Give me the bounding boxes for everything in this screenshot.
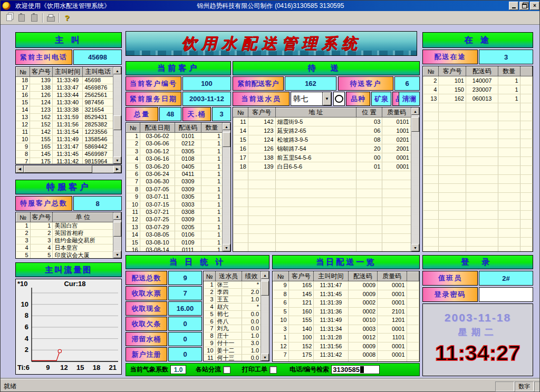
- table-row[interactable]: 1612611:33:442562561: [16, 92, 113, 99]
- pending-table-scrollbar[interactable]: ▲▼: [411, 107, 419, 251]
- table-row[interactable]: 22英国首相府: [16, 230, 113, 237]
- scroll-up-button[interactable]: ▲: [113, 212, 121, 220]
- table-row[interactable]: 1713811:33:474569876: [16, 84, 113, 92]
- scroll-down-button[interactable]: ▼: [223, 244, 230, 251]
- table-row[interactable]: 1103-07-2103081: [127, 209, 223, 216]
- table-row[interactable]: 516011:31:3600022101: [273, 307, 419, 316]
- paste-special-button[interactable]: [28, 12, 41, 24]
- worker-select[interactable]: 韩七 ▼: [291, 92, 332, 106]
- table-row[interactable]: 903-07-1103051: [127, 193, 223, 201]
- table-row[interactable]: 1603-08-1401111: [127, 247, 223, 251]
- scroll-down-button[interactable]: ▼: [261, 354, 269, 361]
- table-row[interactable]: 2李四2.0: [204, 288, 261, 296]
- resize-grip[interactable]: [534, 381, 540, 391]
- table-row[interactable]: 314011:31:3400030001: [273, 325, 419, 334]
- table-row[interactable]: 9付十一3.0: [204, 340, 261, 347]
- scroll-thumb[interactable]: [113, 115, 121, 130]
- scroll-up-button[interactable]: ▲: [113, 67, 121, 74]
- delivery-history-scrollbar[interactable]: ▲▼: [222, 123, 230, 251]
- table-row[interactable]: 603-06-2404111: [127, 171, 223, 178]
- table-row[interactable]: 1114211:31:541223556: [16, 129, 113, 136]
- table-row[interactable]: 1813911:33:4945698: [16, 77, 113, 84]
- caller-table-hscrollbar[interactable]: ◀▶: [15, 165, 122, 173]
- table-row[interactable]: 103-06-0201011: [127, 133, 223, 140]
- table-row[interactable]: 16126锦朝路7-54202001: [234, 144, 411, 153]
- help-button[interactable]: ?: [61, 12, 73, 24]
- table-row[interactable]: 1203-07-2503091: [127, 216, 223, 223]
- table-row[interactable]: 916511:31:475869442: [16, 143, 113, 151]
- table-row[interactable]: 612111:31:3900020001: [273, 299, 419, 308]
- table-row[interactable]: 1316211:31:598529431: [16, 114, 113, 121]
- table-row[interactable]: 5韩七0.0: [204, 310, 261, 318]
- table-row[interactable]: 3王五1.0: [204, 296, 261, 303]
- print-button[interactable]: [44, 12, 57, 24]
- table-row[interactable]: 1412311:33:38321654: [16, 106, 113, 114]
- scroll-up-button[interactable]: ▲: [223, 123, 230, 130]
- table-row[interactable]: 1512411:33:40987456: [16, 99, 113, 106]
- title-bar[interactable]: 欢迎使用《饮用水配送管理系统》 锦州趋势科技有限公司制作 (0416)31305…: [1, 1, 540, 11]
- scroll-up-button[interactable]: ▲: [261, 271, 269, 279]
- table-row[interactable]: 303-06-1203051: [127, 148, 223, 155]
- table-row[interactable]: 11何十三0.0: [204, 355, 261, 361]
- scroll-left-button[interactable]: ◀: [16, 165, 24, 173]
- scroll-track[interactable]: [113, 74, 121, 156]
- table-row[interactable]: 18139白日6-5-6010001: [234, 162, 411, 171]
- scroll-thumb[interactable]: [261, 281, 269, 296]
- scroll-track[interactable]: [223, 130, 230, 244]
- scroll-thumb[interactable]: [223, 132, 230, 147]
- table-row[interactable]: 33纽约金融交易所: [16, 237, 113, 244]
- table-row[interactable]: 203-06-0602121: [127, 140, 223, 148]
- caller-table-scrollbar[interactable]: ▲▼: [113, 67, 121, 164]
- table-row[interactable]: 1215211:31:562825382: [16, 121, 113, 129]
- table-row[interactable]: 55印度议会大厦: [16, 252, 113, 259]
- scroll-thumb[interactable]: [113, 222, 121, 237]
- scroll-track[interactable]: [113, 220, 121, 251]
- scroll-down-button[interactable]: ▼: [113, 156, 121, 164]
- table-row[interactable]: 110011:31:2800121101: [273, 334, 419, 342]
- table-row[interactable]: 131620600131: [423, 94, 533, 103]
- table-row[interactable]: 814511:31:454569987: [16, 151, 113, 158]
- scroll-thumb[interactable]: [411, 117, 419, 132]
- table-row[interactable]: 1003-07-1503031: [127, 201, 223, 208]
- table-row[interactable]: 1303-07-2902051: [127, 223, 223, 231]
- table-row[interactable]: 503-06-2004051: [127, 163, 223, 170]
- table-row[interactable]: 44日本皇宫: [16, 244, 113, 252]
- table-row[interactable]: 1215211:31:5600090001: [273, 342, 419, 351]
- table-row[interactable]: 21011400071: [423, 76, 533, 85]
- chevron-down-icon[interactable]: ▼: [322, 92, 331, 105]
- table-row[interactable]: 41502300071: [423, 85, 533, 94]
- table-row[interactable]: 916511:31:4700090001: [273, 281, 419, 290]
- minimize-button[interactable]: [509, 2, 518, 10]
- table-row[interactable]: 6佟八0.0: [204, 318, 261, 325]
- table-row[interactable]: 11美国白宫: [16, 222, 113, 230]
- table-row[interactable]: 8庄十1.0: [204, 332, 261, 340]
- table-row[interactable]: 10姜十二1.0: [204, 347, 261, 355]
- table-row[interactable]: 1503-08-1001091: [127, 239, 223, 246]
- close-button[interactable]: ×: [530, 2, 539, 10]
- table-row[interactable]: 14123延安路2-65061001: [234, 126, 411, 135]
- table-row[interactable]: 717511:31:4200080001: [273, 351, 419, 360]
- table-row[interactable]: 15124松坡路3-9-5080201: [234, 135, 411, 144]
- table-row[interactable]: 403-06-1601081: [127, 155, 223, 163]
- weather-factor-input[interactable]: 1.0: [170, 365, 186, 374]
- table-row[interactable]: 1403-08-0501061: [127, 231, 223, 239]
- circle-button[interactable]: [333, 92, 345, 106]
- special-table-scrollbar[interactable]: ▲▼: [113, 212, 121, 258]
- scroll-right-button[interactable]: ▶: [113, 165, 121, 173]
- scroll-track[interactable]: [411, 115, 419, 244]
- scroll-track[interactable]: [24, 165, 113, 173]
- restore-button[interactable]: [519, 2, 529, 10]
- station-split-checkbox[interactable]: [223, 366, 230, 374]
- password-input[interactable]: [479, 287, 533, 302]
- copy-button[interactable]: [3, 12, 15, 24]
- scroll-thumb[interactable]: [24, 165, 92, 173]
- table-row[interactable]: 7刘九0.0: [204, 325, 261, 332]
- table-row[interactable]: 4赵六*: [204, 303, 261, 310]
- table-row[interactable]: 717511:31:429815964: [16, 158, 113, 164]
- table-row[interactable]: 1015511:31:4900101201: [273, 316, 419, 325]
- table-row[interactable]: 1张三*: [204, 281, 261, 289]
- scroll-up-button[interactable]: ▲: [411, 107, 419, 115]
- table-row[interactable]: 703-06-3003091: [127, 178, 223, 185]
- table-row[interactable]: 814511:31:4500090001: [273, 290, 419, 299]
- table-row[interactable]: 17138前五里54-5-6000001: [234, 153, 411, 162]
